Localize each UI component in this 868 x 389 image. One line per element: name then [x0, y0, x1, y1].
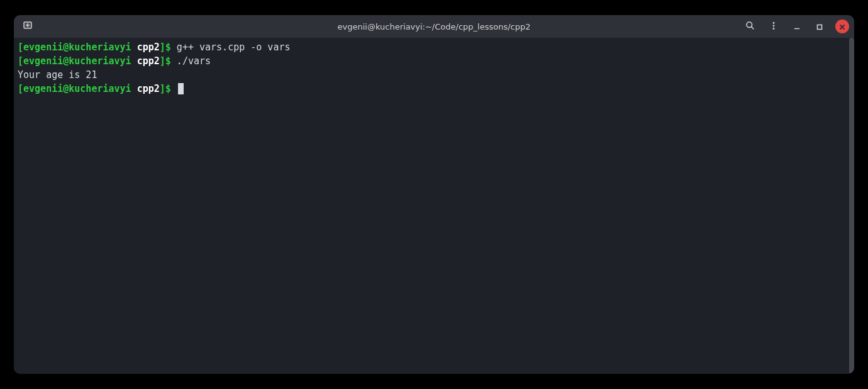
- svg-rect-7: [818, 25, 822, 29]
- terminal-command: ./vars: [171, 55, 211, 67]
- svg-point-3: [773, 22, 775, 24]
- svg-point-5: [773, 28, 775, 30]
- new-tab-button[interactable]: [19, 18, 36, 35]
- titlebar-left: [19, 18, 36, 35]
- window-title: evgenii@kucheriavyi:~/Code/cpp_lessons/c…: [338, 22, 531, 31]
- terminal-cursor: [178, 83, 184, 94]
- terminal-body[interactable]: [evgenii@kucheriavyi cpp2]$ g++ vars.cpp…: [14, 38, 854, 374]
- terminal-prompt-line: [evgenii@kucheriavyi cpp2]$: [18, 82, 850, 96]
- search-button[interactable]: [742, 19, 757, 34]
- terminal-command: [171, 83, 177, 94]
- kebab-menu-icon: [769, 21, 778, 33]
- new-tab-icon: [23, 20, 33, 33]
- svg-point-4: [773, 25, 775, 26]
- minimize-button[interactable]: [790, 20, 804, 33]
- scrollbar-thumb[interactable]: [849, 38, 854, 374]
- terminal-output: Your age is 21: [18, 69, 97, 81]
- terminal-window: evgenii@kucheriavyi:~/Code/cpp_lessons/c…: [14, 15, 854, 374]
- titlebar-right: [742, 19, 849, 34]
- close-icon: [839, 21, 845, 33]
- search-icon: [745, 21, 755, 33]
- maximize-icon: [816, 21, 823, 33]
- close-button[interactable]: [835, 20, 849, 33]
- terminal-content: [evgenii@kucheriavyi cpp2]$ g++ vars.cpp…: [18, 40, 850, 96]
- menu-button[interactable]: [766, 19, 781, 34]
- maximize-button[interactable]: [813, 20, 826, 33]
- terminal-command: g++ vars.cpp -o vars: [171, 42, 291, 53]
- svg-line-2: [751, 26, 753, 28]
- terminal-prompt-line: [evgenii@kucheriavyi cpp2]$ ./vars: [18, 54, 850, 68]
- terminal-prompt-line: [evgenii@kucheriavyi cpp2]$ g++ vars.cpp…: [18, 40, 850, 54]
- scrollbar[interactable]: [849, 38, 854, 374]
- titlebar: evgenii@kucheriavyi:~/Code/cpp_lessons/c…: [14, 15, 854, 38]
- minimize-icon: [794, 21, 800, 33]
- terminal-output-line: Your age is 21: [18, 68, 850, 82]
